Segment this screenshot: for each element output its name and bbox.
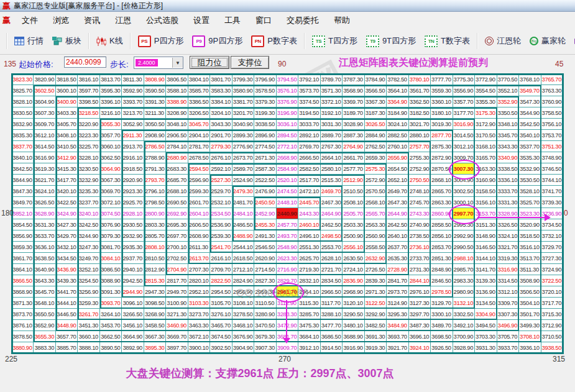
toolbar-item-p-number-table[interactable]: PN P数字表 <box>247 31 301 51</box>
toolbar-item-sectors[interactable]: 板块 <box>48 31 86 51</box>
grid-cell: 3045.70 <box>188 119 210 130</box>
start-price-input[interactable] <box>64 57 106 68</box>
grid-cell: 3312.10 <box>497 286 519 298</box>
grid-cell: 3316.90 <box>497 264 519 275</box>
grid-cell: 3936.10 <box>519 342 541 353</box>
menu-item-news[interactable]: 资讯 <box>76 13 108 28</box>
grid-cell: 3765.70 <box>541 74 563 85</box>
grid-cell: 2604.10 <box>188 208 210 219</box>
grid-key-cell: 2961.70 <box>277 286 298 298</box>
grid-cell: 3343.30 <box>497 141 519 152</box>
grid-cell: 2841.70 <box>387 275 408 286</box>
grid-cell: 3516.10 <box>519 242 541 253</box>
angle-label-135: 135 <box>4 60 16 68</box>
step-selected-value: 2.4000 <box>136 59 158 66</box>
grid-cell: 3367.30 <box>365 96 387 107</box>
grid-cell: 2594.50 <box>188 163 210 175</box>
grid-cell: 3518.50 <box>519 230 541 242</box>
toolbar-item-t-number-table[interactable]: TN T数字表 <box>420 31 474 51</box>
grid-cell: 2630.50 <box>343 253 364 264</box>
grid-cell: 3595.30 <box>100 85 122 96</box>
toolbar-item-9p-square[interactable]: P9 9P四方形 <box>188 31 247 51</box>
grid-cell: 2935.30 <box>122 242 144 253</box>
grid-cell: 2954.50 <box>210 286 232 298</box>
toolbar-item-p-square[interactable]: PS P四方形 <box>134 31 188 51</box>
p-number-badge-icon: PN <box>251 35 264 47</box>
menu-item-formula-stock-pick[interactable]: 公式选股 <box>139 13 186 28</box>
grid-cell: 2892.10 <box>298 130 320 141</box>
grid-cell: 3297.70 <box>409 309 431 320</box>
grid-cell: 3902.50 <box>210 342 232 353</box>
grid-cell: 3828.10 <box>12 96 34 107</box>
grid-cell: 2570.50 <box>365 186 387 197</box>
toolbar-item-t-square[interactable]: TS T四方形 <box>308 31 362 51</box>
menu-item-tools[interactable]: 工具 <box>217 13 248 28</box>
grid-cell: 2522.50 <box>254 175 276 186</box>
grid-cell: 3307.30 <box>497 309 519 320</box>
grid-cell: 2959.30 <box>254 286 276 298</box>
grid-cell: 3696.10 <box>409 331 431 342</box>
angle-label-180: 180 <box>1 209 14 217</box>
grid-cell: 2659.30 <box>365 152 387 163</box>
grid-cell: 3199.30 <box>254 107 276 119</box>
grid-cell: 3628.90 <box>34 208 55 219</box>
toolbar-item-kline[interactable]: K线 <box>92 31 127 51</box>
menu-item-window[interactable]: 窗口 <box>248 13 279 28</box>
grid-cell: 3751.30 <box>541 141 563 152</box>
grid-cell: 2515.30 <box>321 175 343 186</box>
resistance-button[interactable]: 阻力位 <box>190 56 229 69</box>
grid-cell: 2592.10 <box>210 163 232 175</box>
grid-cell: 3729.70 <box>541 242 563 253</box>
grid-cell: 3530.50 <box>519 175 541 186</box>
grid-cell: 3084.10 <box>100 253 122 264</box>
grid-cell: 2580.10 <box>321 163 343 175</box>
grid-cell: 2971.30 <box>365 286 387 298</box>
toolbar-item-quotes[interactable]: 行情 <box>10 31 48 51</box>
grid-cell: 3232.90 <box>78 175 99 186</box>
grid-cell: 3585.70 <box>188 85 210 96</box>
grid-cell: 3837.70 <box>12 141 34 152</box>
toolbar-item-winner-wheel[interactable]: Big 赢家轮 <box>525 31 570 51</box>
grid-cell: 3436.90 <box>56 264 78 275</box>
toolbar-item-label: 9P四方形 <box>208 35 242 47</box>
menu-item-settings[interactable]: 设置 <box>186 13 217 28</box>
menu-item-help[interactable]: 帮助 <box>326 13 357 28</box>
toolbar-item-9t-square[interactable]: T9 9T四方形 <box>362 31 420 51</box>
grid-cell: 3345.70 <box>497 130 519 141</box>
grid-cell: 3100.90 <box>166 298 188 309</box>
grid-cell: 2738.50 <box>409 230 431 242</box>
step-combobox[interactable]: 2.4000 ▼ <box>134 57 183 69</box>
grid-cell: 2491.30 <box>254 230 276 242</box>
grid-cell: 3165.70 <box>475 152 497 163</box>
grid-cell: 3304.90 <box>475 309 497 320</box>
grid-cell: 3852.10 <box>12 208 34 219</box>
grid-cell: 3201.70 <box>232 107 254 119</box>
grid-cell: 3672.10 <box>188 331 210 342</box>
support-button[interactable]: 支撑位 <box>231 56 269 69</box>
grid-cell: 2620.90 <box>254 253 276 264</box>
grid-cell: 2496.10 <box>298 230 320 242</box>
menu-item-trade[interactable]: 交易委托 <box>279 13 326 28</box>
toolbar-item-gann-wheel[interactable]: 江恩轮 <box>481 31 525 51</box>
grid-cell: 3890.50 <box>100 342 122 353</box>
menu-item-gann[interactable]: 江恩 <box>108 13 139 28</box>
menu-item-file[interactable]: 文件 <box>14 13 45 28</box>
grid-cell: 2443.30 <box>298 208 320 219</box>
grid-cell: 3633.70 <box>34 230 55 242</box>
grid-cell: 3859.30 <box>12 242 34 253</box>
grid-cell: 2839.30 <box>365 275 387 286</box>
grid-cell: 2524.90 <box>232 175 254 186</box>
chevron-down-icon[interactable]: ▼ <box>172 58 183 68</box>
grid-cell: 2527.30 <box>210 175 232 186</box>
grid-cell: 3624.10 <box>34 186 55 197</box>
grid-cell: 3520.90 <box>519 219 541 230</box>
grid-cell: 3475.30 <box>298 320 320 331</box>
toolbar-item-hexagon[interactable]: 六角形 <box>570 31 575 51</box>
grid-cell: 3744.10 <box>541 175 563 186</box>
menu-item-browse[interactable]: 浏览 <box>45 13 76 28</box>
grid-cell: 3451.30 <box>78 320 99 331</box>
grid-cell: 3036.10 <box>277 119 298 130</box>
menu-bar: 赢 文件 浏览 资讯 江恩 公式选股 设置 工具 窗口 交易委托 帮助 <box>0 12 575 29</box>
grid-cell: 3408.10 <box>56 130 78 141</box>
grid-cell: 3561.70 <box>409 85 431 96</box>
